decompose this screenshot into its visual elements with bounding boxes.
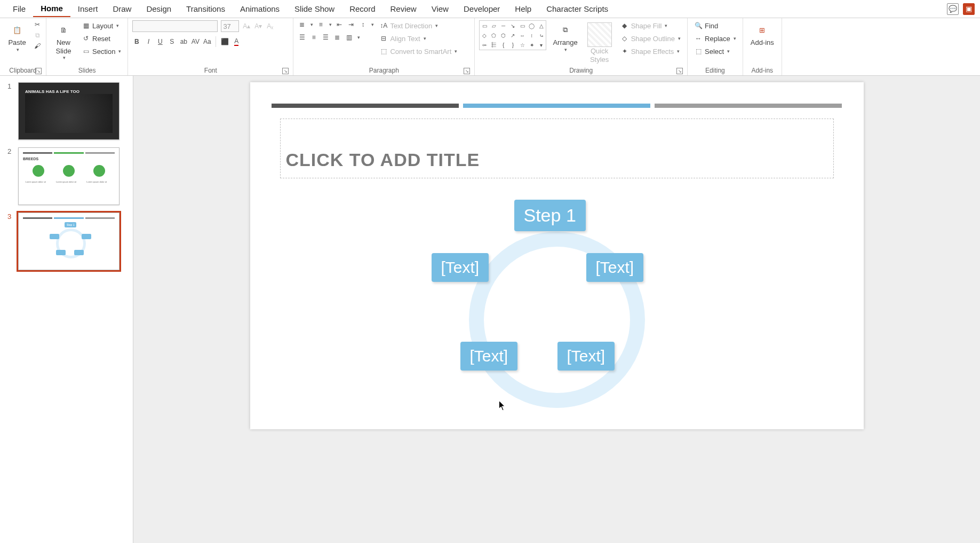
shape-gallery[interactable]: ▭▱─↘▭◯△ ◇⬠⬡↗↔↕⤿ ⬰⬱{}☆✦▾ [479, 20, 546, 50]
tab-review[interactable]: Review [383, 1, 424, 17]
select-button[interactable]: ⬚Select▾ [692, 46, 738, 57]
tab-view[interactable]: View [424, 1, 456, 17]
smartart-icon: ⬚ [379, 47, 388, 56]
tab-animations[interactable]: Animations [233, 1, 287, 17]
thumb-preview-1[interactable]: ANIMALS HAS A LIFE TOO [18, 82, 119, 140]
find-button[interactable]: 🔍Find [692, 20, 738, 31]
shadow-icon: ab [179, 37, 188, 46]
replace-button[interactable]: ↔Replace▾ [692, 33, 738, 44]
workspace: 1 ANIMALS HAS A LIFE TOO 2 BREEDS Lorem … [0, 76, 980, 543]
thumb-number: 3 [7, 213, 14, 270]
fill-icon: ◆ [620, 21, 629, 30]
cycle-box-3[interactable]: [Text] [586, 253, 644, 282]
text-direction-icon: ↕A [379, 21, 388, 30]
clipboard-icon: 📋 [10, 22, 25, 37]
paste-button[interactable]: 📋 Paste ▾ [4, 20, 30, 54]
align-text-button: ⊟Align Text▾ [377, 33, 459, 44]
group-clipboard: 📋 Paste ▾ ✂ ⧉ 🖌 Clipboard↘ [0, 18, 46, 75]
dialog-launcher-icon[interactable]: ↘ [35, 68, 42, 74]
cycle-box-4[interactable]: [Text] [460, 342, 518, 371]
cycle-box-1[interactable]: Step 1 [514, 200, 586, 231]
indent-dec-icon: ⇤ [335, 20, 344, 29]
tab-slide-show[interactable]: Slide Show [287, 1, 342, 17]
dialog-launcher-icon[interactable]: ↘ [464, 68, 470, 74]
highlight-icon: ⬛ [220, 37, 229, 46]
font-name-combo[interactable] [132, 20, 218, 32]
strike-icon: S [168, 37, 176, 46]
thumb-preview-2[interactable]: BREEDS Lorem ipsum dolor sitLorem ipsum … [18, 147, 119, 205]
tab-draw[interactable]: Draw [105, 1, 139, 17]
tab-transitions[interactable]: Transitions [179, 1, 233, 17]
cut-icon[interactable]: ✂ [33, 20, 42, 29]
format-painter-icon[interactable]: 🖌 [33, 42, 42, 50]
italic-icon: I [144, 37, 153, 46]
cycle-box-5[interactable]: [Text] [557, 342, 615, 371]
comments-icon[interactable]: 💬 [947, 3, 959, 15]
current-slide[interactable]: CLICK TO ADD TITLE Step 1 [Text] [Text] … [250, 82, 864, 429]
font-size-combo[interactable] [221, 20, 239, 32]
bullets-icon: ≣ [298, 20, 306, 29]
dialog-launcher-icon[interactable]: ↘ [676, 68, 683, 74]
align-left-icon: ☰ [298, 33, 306, 42]
arrange-button[interactable]: ⧉ Arrange▾ [549, 20, 580, 54]
layout-button[interactable]: ▦Layout▾ [79, 20, 123, 31]
font-color-icon: A [232, 37, 241, 46]
addins-icon: ⊞ [755, 22, 770, 37]
slide-canvas-area[interactable]: CLICK TO ADD TITLE Step 1 [Text] [Text] … [133, 76, 980, 543]
bold-icon: B [132, 37, 141, 46]
new-slide-icon: 🗎 [56, 22, 71, 37]
group-addins: ⊞ Add-ins Add-ins [743, 18, 782, 75]
tab-design[interactable]: Design [139, 1, 179, 17]
present-icon[interactable]: ▣ [963, 3, 975, 15]
dialog-launcher-icon[interactable]: ↘ [282, 68, 289, 74]
spacing-icon: AV [191, 37, 200, 46]
tab-home[interactable]: Home [33, 1, 70, 17]
shape-fill-button: ◆Shape Fill▾ [618, 20, 683, 31]
shape-effects-button: ✦Shape Effects▾ [618, 46, 683, 57]
ribbon: 📋 Paste ▾ ✂ ⧉ 🖌 Clipboard↘ 🗎 New Slide ▾… [0, 18, 980, 76]
search-icon: 🔍 [694, 21, 703, 30]
new-slide-button[interactable]: 🗎 New Slide ▾ [51, 20, 76, 62]
cycle-box-2[interactable]: [Text] [432, 253, 489, 282]
outline-icon: ◇ [620, 34, 629, 43]
columns-icon: ▥ [345, 33, 353, 42]
accent-bar [272, 104, 842, 108]
thumbnail-1[interactable]: 1 ANIMALS HAS A LIFE TOO [7, 82, 125, 140]
addins-button[interactable]: ⊞ Add-ins [747, 20, 777, 49]
reset-button[interactable]: ↺Reset [79, 33, 123, 44]
tab-record[interactable]: Record [342, 1, 383, 17]
title-placeholder[interactable]: CLICK TO ADD TITLE [280, 119, 834, 178]
slide-thumbnail-panel[interactable]: 1 ANIMALS HAS A LIFE TOO 2 BREEDS Lorem … [0, 76, 133, 543]
quick-styles-icon [587, 22, 612, 47]
layout-icon: ▦ [82, 21, 90, 30]
group-label-addins: Add-ins [747, 66, 777, 75]
indent-inc-icon: ⇥ [347, 20, 355, 29]
tab-developer[interactable]: Developer [456, 1, 507, 17]
justify-icon: ≣ [333, 33, 341, 42]
numbering-icon: ≡ [316, 20, 325, 29]
quick-styles-button: Quick Styles [584, 20, 615, 66]
group-font: A▴ A▾ Aᵪ B I U S ab AV Aa ⬛ A Font↘ [128, 18, 293, 75]
title-placeholder-text: CLICK TO ADD TITLE [286, 149, 480, 170]
tab-file[interactable]: File [5, 1, 33, 17]
menubar: File Home Insert Draw Design Transitions… [0, 0, 980, 18]
clear-format-icon: Aᵪ [266, 22, 274, 30]
section-icon: ▭ [82, 47, 90, 56]
shape-outline-button: ◇Shape Outline▾ [618, 33, 683, 44]
select-icon: ⬚ [694, 47, 703, 56]
tab-character-scripts[interactable]: Character Scripts [539, 1, 616, 17]
thumb-number: 1 [7, 82, 14, 140]
copy-icon: ⧉ [33, 31, 42, 40]
smartart-cycle[interactable]: Step 1 [Text] [Text] [Text] [Text] [389, 200, 725, 403]
section-button[interactable]: ▭Section▾ [79, 46, 123, 57]
chevron-down-icon: ▾ [63, 55, 66, 60]
group-label-drawing: Drawing [569, 67, 593, 74]
thumb-number: 2 [7, 147, 14, 205]
tab-insert[interactable]: Insert [70, 1, 106, 17]
group-drawing: ▭▱─↘▭◯△ ◇⬠⬡↗↔↕⤿ ⬰⬱{}☆✦▾ ⧉ Arrange▾ Quick… [475, 18, 688, 75]
tab-help[interactable]: Help [507, 1, 539, 17]
thumb-preview-3[interactable]: Step 1 [18, 213, 119, 270]
group-paragraph: ≣▾ ≡▾ ⇤ ⇥ ↕▾ ☰ ≡ ☰ ≣ ▥▾ ↕AText Direction… [293, 18, 475, 75]
thumbnail-3[interactable]: 3 Step 1 [7, 213, 125, 270]
thumbnail-2[interactable]: 2 BREEDS Lorem ipsum dolor sitLorem ipsu… [7, 147, 125, 205]
